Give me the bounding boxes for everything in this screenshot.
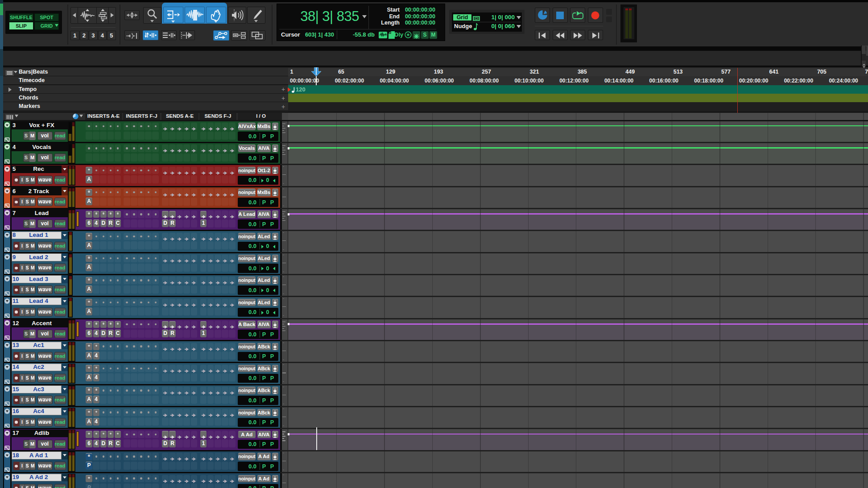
svg-text:1: 1 xyxy=(475,17,477,20)
